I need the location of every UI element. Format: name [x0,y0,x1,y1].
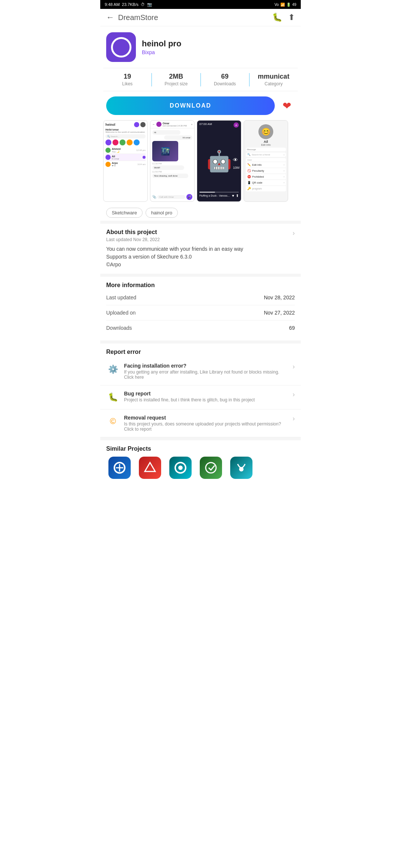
likes-label: Likes [103,81,151,86]
similar-icon-4 [200,457,222,479]
ss4-menu-program: 🔑 program [246,186,286,191]
install-error-chevron: › [293,363,295,371]
about-section: About this project › Last updated Nov 28… [100,224,301,274]
svg-marker-1 [145,463,155,471]
ss1-av-ahmed [105,148,111,153]
downloads-value: 69 [201,73,249,80]
ss2-input-row: 📎 Call with Omar 🎤 [150,194,194,200]
ss1-msg-ail: hi omar [112,158,141,160]
removal-icon: © [106,415,120,428]
signal-icon: 📶 [280,3,285,7]
stat-category: mmunicat Category [250,73,298,86]
ss3-actions: 👁 10M [233,157,239,170]
app-info-section: heinol pro Bixpa [100,26,301,68]
ss1-av3 [120,139,125,145]
info-value-updated: Nov 28, 2022 [264,295,295,300]
similar-inner-2 [139,457,161,479]
similar-inner-5 [230,457,252,479]
ss2-msg-4: Nice drawing, well done [152,174,188,178]
ss3-title: Fluffing a Duck - Vanoss... [199,194,229,197]
similar-app-1[interactable] [106,457,133,480]
ss4-menu-prohibited: ⛔ Prohibited › [246,174,286,180]
similar-row [106,457,295,480]
ss1-av5 [134,139,140,145]
ss2-msg-2: Hi omar [164,135,192,140]
bug-report-desc: Project is installed fine, but i think t… [124,397,288,402]
info-value-uploaded: Nov 27, 2022 [264,310,295,316]
ss4-search-text: Search for a friend [252,154,283,156]
ss4-search-box: 🔍 Search for a friend › [246,152,286,157]
report-item-removal[interactable]: © Removal request Is this project yours,… [100,410,301,437]
ss1-avatars [105,139,146,145]
report-item-bug[interactable]: 🐛 Bug report Project is installed fine, … [100,385,301,410]
favorite-button[interactable]: ❤ [278,98,295,114]
status-bar-left: 9:48 AM 23.7KB/s ⏱ 📷 [105,2,152,7]
removal-title: Removal request [124,415,288,421]
ss1-msg-ahmed: You: 🌙 [112,150,135,153]
size-value: 2MB [152,73,200,80]
tag-sketchware[interactable]: Sketchware [106,208,143,218]
divider-1 [100,221,301,224]
similar-app-2[interactable] [137,457,163,480]
status-bar: 9:48 AM 23.7KB/s ⏱ 📷 Vo 📶 🔋 49 [100,0,301,9]
ss1-name-ail: Ail [112,155,141,158]
about-description: You can now communicate with your friend… [106,245,295,269]
info-row-downloads: Downloads 69 [106,320,295,335]
screenshot-1: heinol Hello'omar Welcome to the world o… [103,120,148,202]
time: 9:48 AM [105,2,120,7]
ss1-unread-ail [143,156,146,159]
ss3-bottom: Fluffing a Duck - Vanoss... ♥ ⬆ [197,192,241,198]
ss4-prohibited-label: Prohibited [252,175,264,178]
bug-icon[interactable]: 🐛 [272,13,282,22]
bug-report-title: Bug report [124,391,288,397]
similar-logo-3 [174,461,187,474]
ss4-avatar: 😊 [258,124,273,139]
ss1-time-arpo: 3:04 am [137,163,146,165]
ss1-info-arpo: Arpo ❤ ♥ [112,162,136,167]
ss2-msg-1: Hi [152,130,180,135]
similar-inner-4 [200,457,222,479]
ss4-user-label: User [246,158,286,162]
size-label: Project size [152,81,200,86]
header-left: ← DreamStore [106,13,158,22]
share-icon[interactable]: ⬆ [288,13,295,22]
report-item-install[interactable]: ⚙️ Facing installation error? If you get… [100,358,301,385]
ss4-edit-icon: ✏️ [247,163,251,167]
ss2-mic-icon: 🎤 [188,195,191,199]
similar-app-5[interactable] [228,457,255,480]
info-row-uploaded: Uploaded on Nov 27, 2022 [106,305,295,320]
info-value-downloads: 69 [289,325,295,331]
app-icon-inner [111,37,131,57]
similar-section: Similar Projects [100,440,301,486]
screenshot-3: 07:00 AM A 🤖 👁 10M Fluffing a Duck - Van… [197,120,241,202]
ss2-avatar [156,122,162,127]
ss3-share-icon: ⬆ [236,194,239,198]
divider-4 [100,437,301,440]
info-label-updated: Last updated [106,295,136,300]
similar-app-4[interactable] [198,457,224,480]
ss3-view-count: 10M [233,166,239,170]
similar-icon-1 [108,457,131,479]
page-header: ← DreamStore 🐛 ⬆ [100,9,301,26]
tag-hainol[interactable]: hainol pro [146,208,178,218]
ss4-menu-qr: 📱 QR code › [246,180,286,186]
ss3-time: 07:00 AM [199,122,212,128]
similar-logo-1 [113,461,126,474]
ss3-topbar: 07:00 AM A [197,122,241,128]
ss4-menu: User ✏️ Edit Info › 🚫 Peculiarity › ⛔ Pr… [246,158,286,191]
ss1-icon1 [134,122,139,127]
likes-value: 19 [103,73,151,80]
ss4-subtitle: Edit Info [246,144,286,146]
similar-icon-2 [139,457,161,479]
back-button[interactable]: ← [106,13,114,22]
install-error-text: Facing installation error? If you gettin… [124,363,288,380]
screenshots-row[interactable]: heinol Hello'omar Welcome to the world o… [100,120,301,205]
similar-app-3[interactable] [167,457,194,480]
install-error-title: Facing installation error? [124,363,288,369]
ss2-attach-icon: 📎 [152,195,156,199]
bug-report-icon: 🐛 [106,391,120,404]
ss2-time1: 11:30 PM [152,162,192,165]
svg-point-3 [178,466,183,470]
download-button[interactable]: DOWNLOAD [106,96,275,115]
ss4-qr-icon: 📱 [247,181,251,184]
